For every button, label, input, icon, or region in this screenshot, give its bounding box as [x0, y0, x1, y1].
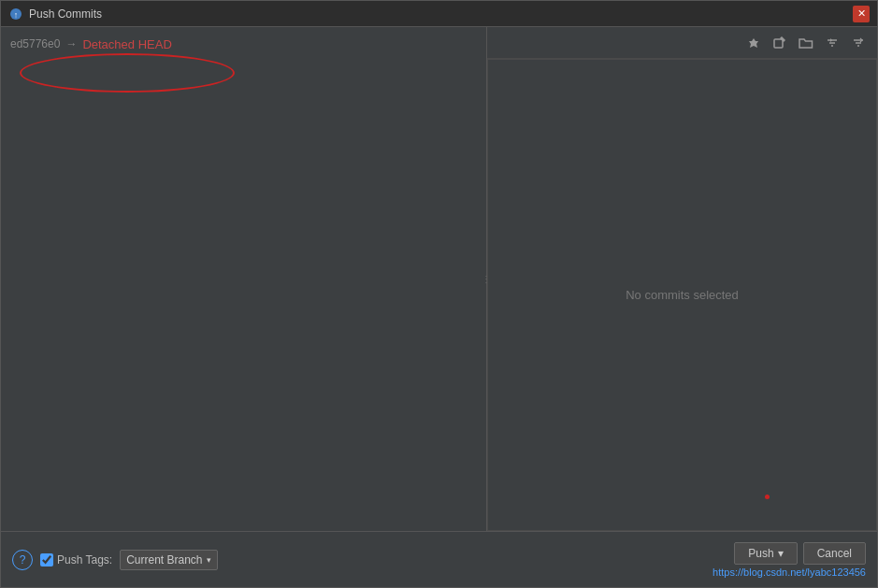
- url-text: https://blog.csdn.net/lyabc123456: [712, 566, 866, 578]
- right-panel: No commits selected: [487, 27, 877, 531]
- left-panel-header: ed5776e0 → Detached HEAD: [1, 27, 486, 61]
- svg-text:↑: ↑: [14, 10, 19, 20]
- bottom-right: Push ▾ Cancel https://blog.csdn.net/lyab…: [712, 542, 866, 578]
- app-icon: ↑: [8, 7, 23, 22]
- no-commits-area: No commits selected: [487, 59, 877, 531]
- push-commits-window: ↑ Push Commits ✕ ed5776e0 → Detached HEA…: [0, 0, 878, 588]
- right-panel-toolbar: [487, 27, 877, 59]
- bottom-bar: ? Push Tags: Current Branch ▾ Push ▾ Can…: [1, 531, 877, 587]
- svg-rect-3: [774, 39, 783, 48]
- content-area: ed5776e0 → Detached HEAD ⋮: [1, 27, 877, 587]
- arrow-icon: →: [65, 37, 77, 50]
- no-commits-text: No commits selected: [626, 288, 739, 302]
- divider-handle[interactable]: ⋮: [482, 265, 490, 294]
- left-panel: ed5776e0 → Detached HEAD ⋮: [1, 27, 487, 531]
- push-tags-checkbox-group: Push Tags:: [40, 553, 112, 566]
- edit-button[interactable]: [769, 33, 791, 53]
- left-panel-body: [1, 61, 486, 531]
- filter1-button[interactable]: [821, 33, 843, 53]
- title-bar-left: ↑ Push Commits: [8, 7, 102, 22]
- chevron-down-icon: ▾: [207, 555, 211, 565]
- commit-hash: ed5776e0: [10, 37, 60, 50]
- red-dot-indicator: [765, 495, 770, 499]
- close-button[interactable]: ✕: [853, 6, 870, 22]
- push-tags-label: Push Tags:: [57, 553, 112, 566]
- window-title: Push Commits: [29, 7, 102, 21]
- push-button[interactable]: Push ▾: [734, 542, 797, 565]
- current-branch-dropdown[interactable]: Current Branch ▾: [120, 550, 217, 570]
- push-tags-checkbox[interactable]: [40, 553, 53, 566]
- cancel-button[interactable]: Cancel: [803, 542, 866, 565]
- filter2-button[interactable]: [847, 33, 870, 53]
- help-button[interactable]: ?: [12, 550, 33, 570]
- folder-button[interactable]: [795, 33, 817, 53]
- detached-head-label: Detached HEAD: [82, 37, 171, 51]
- dropdown-value: Current Branch: [126, 553, 202, 566]
- svg-marker-2: [749, 38, 758, 48]
- bottom-left: ? Push Tags: Current Branch ▾: [12, 550, 218, 570]
- action-buttons: Push ▾ Cancel: [734, 542, 866, 565]
- title-bar: ↑ Push Commits ✕: [1, 1, 877, 27]
- add-button[interactable]: [742, 33, 765, 53]
- main-panels: ed5776e0 → Detached HEAD ⋮: [1, 27, 877, 531]
